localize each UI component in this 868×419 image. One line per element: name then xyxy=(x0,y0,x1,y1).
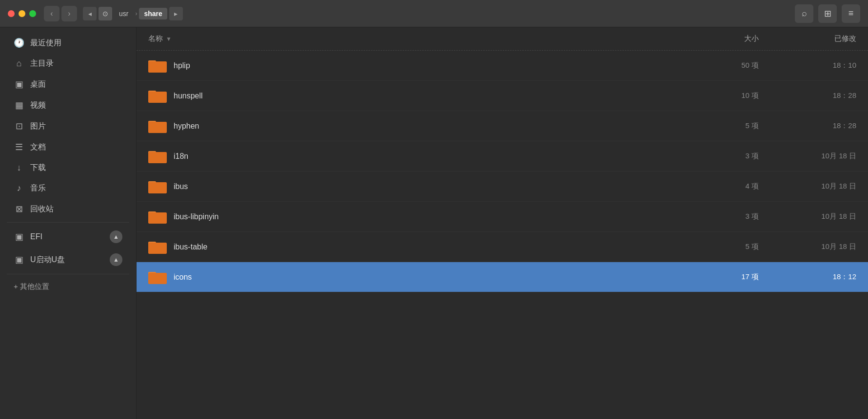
file-modified-hplip: 18：10 xyxy=(759,61,856,70)
file-row-ibus-libpinyin[interactable]: ibus-libpinyin 3 项 10月 18 日 xyxy=(137,202,868,232)
file-label-i18n: i18n xyxy=(174,152,188,161)
minimize-button[interactable] xyxy=(19,10,25,17)
sidebar-item-download[interactable]: ↓ 下载 xyxy=(4,158,132,178)
close-button[interactable] xyxy=(8,10,15,17)
file-modified-i18n: 10月 18 日 xyxy=(759,152,856,161)
folder-icon-hyphen xyxy=(148,118,167,134)
svg-rect-2 xyxy=(148,61,167,73)
breadcrumb-icon: ⊙ xyxy=(99,7,112,20)
file-modified-ibus-libpinyin: 10月 18 日 xyxy=(759,212,856,221)
file-list-header: 名称 ▼ 大小 已修改 xyxy=(137,27,868,51)
svg-rect-5 xyxy=(148,92,167,103)
trash-icon: ⊠ xyxy=(14,204,24,214)
efi-icon: ▣ xyxy=(14,231,24,242)
eject-udisk-button[interactable]: ▲ xyxy=(110,253,122,266)
file-size-hunspell: 10 项 xyxy=(690,91,759,100)
picture-icon: ⊡ xyxy=(14,121,24,132)
menu-button[interactable]: ≡ xyxy=(842,4,860,23)
music-icon: ♪ xyxy=(14,183,24,193)
sidebar-add-location[interactable]: + 其他位置 xyxy=(4,277,132,296)
desktop-icon: ▣ xyxy=(14,79,24,90)
document-icon: ☰ xyxy=(14,142,24,152)
file-modified-hunspell: 18：28 xyxy=(759,91,856,100)
back-button[interactable]: ‹ xyxy=(44,6,59,21)
sidebar-item-desktop[interactable]: ▣ 桌面 xyxy=(4,74,132,95)
menu-icon: ≡ xyxy=(848,8,854,19)
svg-rect-23 xyxy=(148,273,167,284)
window-controls xyxy=(8,10,36,17)
column-header-modified[interactable]: 已修改 xyxy=(759,34,856,43)
folder-icon-i18n xyxy=(148,149,167,164)
sidebar-item-video[interactable]: ▦ 视频 xyxy=(4,95,132,115)
sidebar-item-efi[interactable]: ▣ EFI ▲ xyxy=(4,226,132,248)
sidebar-item-trash[interactable]: ⊠ 回收站 xyxy=(4,199,132,219)
svg-rect-20 xyxy=(148,243,167,254)
view-toggle-button[interactable]: ⊞ xyxy=(818,4,837,23)
file-size-ibus-table: 5 项 xyxy=(690,242,759,251)
sidebar-label-trash: 回收站 xyxy=(30,204,122,214)
breadcrumb-usr[interactable]: usr xyxy=(114,8,133,19)
file-row-ibus[interactable]: ibus 4 项 10月 18 日 xyxy=(137,171,868,202)
breadcrumb-right-arrow[interactable]: ▸ xyxy=(169,7,183,20)
file-label-ibus-table: ibus-table xyxy=(174,243,207,251)
download-icon: ↓ xyxy=(14,163,24,173)
sidebar-divider-2 xyxy=(7,274,129,274)
file-row-hunspell[interactable]: hunspell 10 项 18：28 xyxy=(137,81,868,111)
search-button[interactable]: ⌕ xyxy=(795,4,813,23)
file-label-hunspell: hunspell xyxy=(174,92,203,100)
titlebar: ‹ › ◂ ⊙ usr › share ▸ ⌕ ⊞ ≡ xyxy=(0,0,868,27)
sidebar-label-recent: 最近使用 xyxy=(30,38,122,48)
folder-icon-icons xyxy=(148,269,167,285)
svg-rect-14 xyxy=(148,182,167,193)
sidebar-item-home[interactable]: ⌂ 主目录 xyxy=(4,54,132,74)
sidebar-item-udisk[interactable]: ▣ U启动U盘 ▲ xyxy=(4,248,132,271)
column-header-size[interactable]: 大小 xyxy=(690,34,759,43)
file-row-icons[interactable]: icons 17 项 18：12 xyxy=(137,262,868,292)
column-header-name[interactable]: 名称 ▼ xyxy=(148,34,690,43)
search-icon: ⌕ xyxy=(802,8,807,19)
breadcrumb-separator: › xyxy=(135,10,137,17)
folder-icon-ibus xyxy=(148,179,167,194)
file-row-hplip[interactable]: hplip 50 项 18：10 xyxy=(137,51,868,81)
file-modified-ibus-table: 10月 18 日 xyxy=(759,242,856,251)
sidebar-label-udisk: U启动U盘 xyxy=(30,255,104,265)
breadcrumb-share[interactable]: share xyxy=(139,8,167,19)
eject-efi-button[interactable]: ▲ xyxy=(110,230,122,243)
file-name-cell-hplip: hplip xyxy=(148,58,690,74)
sidebar-label-video: 视频 xyxy=(30,100,122,111)
file-row-hyphen[interactable]: hyphen 5 项 18：28 xyxy=(137,111,868,141)
sidebar-label-efi: EFI xyxy=(30,232,104,241)
breadcrumb-left-arrow[interactable]: ◂ xyxy=(83,7,97,20)
file-row-i18n[interactable]: i18n 3 项 10月 18 日 xyxy=(137,141,868,171)
column-name-label: 名称 xyxy=(148,34,163,43)
file-row-ibus-table[interactable]: ibus-table 5 项 10月 18 日 xyxy=(137,232,868,262)
file-size-i18n: 3 项 xyxy=(690,152,759,161)
grid-icon: ⊞ xyxy=(824,8,831,19)
file-name-cell-ibus: ibus xyxy=(148,179,690,194)
sidebar-item-picture[interactable]: ⊡ 图片 xyxy=(4,116,132,136)
file-name-cell-i18n: i18n xyxy=(148,149,690,164)
sidebar-item-music[interactable]: ♪ 音乐 xyxy=(4,178,132,198)
file-modified-icons: 18：12 xyxy=(759,272,856,282)
titlebar-actions: ⌕ ⊞ ≡ xyxy=(795,4,860,23)
forward-button[interactable]: › xyxy=(61,6,77,21)
nav-arrows: ‹ › xyxy=(44,6,77,21)
column-size-label: 大小 xyxy=(744,34,759,43)
maximize-button[interactable] xyxy=(29,10,36,17)
sidebar-item-recent[interactable]: 🕐 最近使用 xyxy=(4,33,132,53)
file-modified-ibus: 10月 18 日 xyxy=(759,182,856,191)
sidebar-label-document: 文档 xyxy=(30,142,122,152)
recent-icon: 🕐 xyxy=(14,38,24,48)
folder-icon-ibus-libpinyin xyxy=(148,209,167,225)
sidebar-label-download: 下载 xyxy=(30,163,122,173)
file-name-cell-ibus-table: ibus-table xyxy=(148,239,690,255)
file-label-hyphen: hyphen xyxy=(174,122,199,131)
file-label-ibus-libpinyin: ibus-libpinyin xyxy=(174,212,219,221)
folder-icon-hplip xyxy=(148,58,167,74)
svg-rect-11 xyxy=(148,152,167,163)
file-label-ibus: ibus xyxy=(174,182,188,191)
sidebar-label-home: 主目录 xyxy=(30,58,122,69)
sidebar-label-music: 音乐 xyxy=(30,183,122,193)
sidebar-item-document[interactable]: ☰ 文档 xyxy=(4,137,132,157)
file-size-icons: 17 项 xyxy=(690,272,759,282)
